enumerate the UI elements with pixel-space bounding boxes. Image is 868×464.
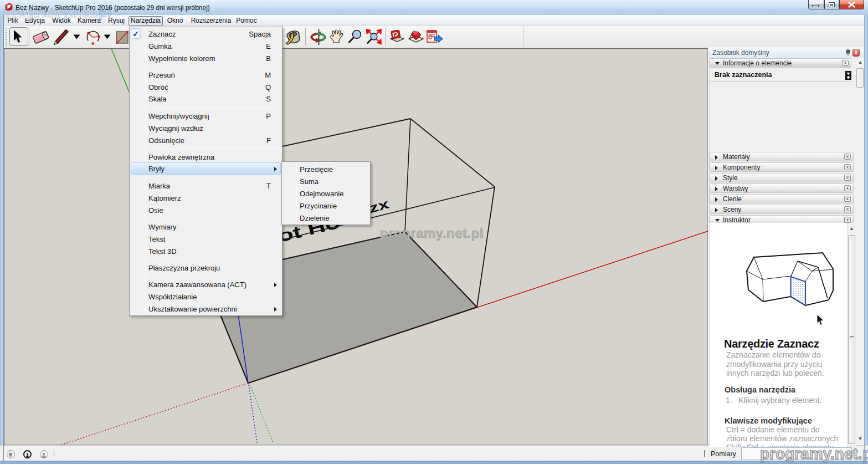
svg-text:programy.net.pl: programy.net.pl: [380, 226, 484, 241]
